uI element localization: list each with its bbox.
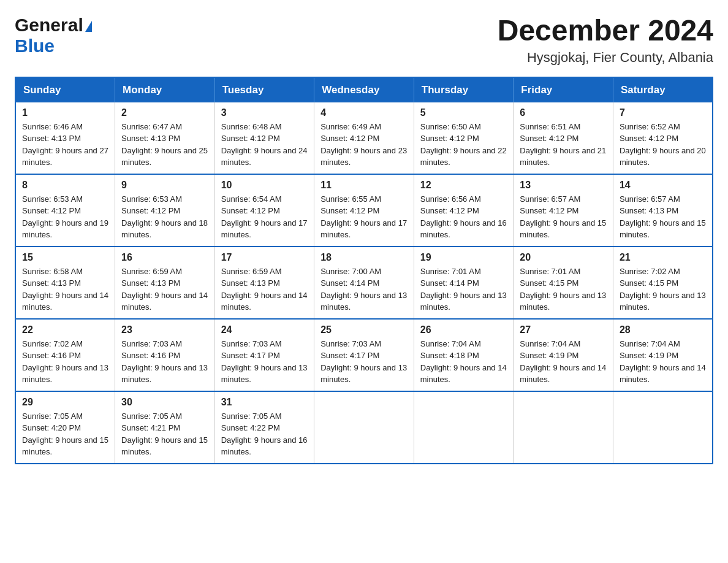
- day-info: Sunrise: 7:01 AMSunset: 4:14 PMDaylight:…: [420, 266, 507, 313]
- day-info: Sunrise: 6:59 AMSunset: 4:13 PMDaylight:…: [221, 266, 308, 313]
- calendar-cell: 9Sunrise: 6:53 AMSunset: 4:12 PMDaylight…: [115, 174, 215, 247]
- day-info: Sunrise: 6:52 AMSunset: 4:12 PMDaylight:…: [620, 121, 706, 169]
- day-info: Sunrise: 6:49 AMSunset: 4:12 PMDaylight:…: [320, 121, 408, 169]
- day-number: 28: [620, 324, 706, 335]
- day-number: 29: [22, 397, 108, 408]
- column-header-wednesday: Wednesday: [314, 77, 414, 102]
- calendar-cell: 14Sunrise: 6:57 AMSunset: 4:13 PMDayligh…: [613, 174, 713, 247]
- calendar-cell: 15Sunrise: 6:58 AMSunset: 4:13 PMDayligh…: [15, 247, 115, 319]
- calendar-cell: 31Sunrise: 7:05 AMSunset: 4:22 PMDayligh…: [214, 391, 314, 464]
- calendar-header-row: SundayMondayTuesdayWednesdayThursdayFrid…: [15, 77, 713, 102]
- day-number: 9: [121, 180, 208, 191]
- day-info: Sunrise: 7:02 AMSunset: 4:16 PMDaylight:…: [22, 338, 108, 386]
- day-info: Sunrise: 6:56 AMSunset: 4:12 PMDaylight:…: [420, 193, 507, 241]
- calendar-cell: 20Sunrise: 7:01 AMSunset: 4:15 PMDayligh…: [514, 247, 613, 319]
- day-info: Sunrise: 6:53 AMSunset: 4:12 PMDaylight:…: [22, 193, 108, 241]
- day-number: 16: [121, 252, 208, 263]
- day-number: 15: [22, 252, 108, 263]
- day-info: Sunrise: 6:53 AMSunset: 4:12 PMDaylight:…: [121, 193, 208, 241]
- calendar-week-row: 29Sunrise: 7:05 AMSunset: 4:20 PMDayligh…: [15, 391, 713, 464]
- column-header-tuesday: Tuesday: [214, 77, 314, 102]
- day-info: Sunrise: 7:03 AMSunset: 4:16 PMDaylight:…: [121, 338, 208, 386]
- calendar-cell: 28Sunrise: 7:04 AMSunset: 4:19 PMDayligh…: [613, 319, 713, 391]
- calendar-cell: 21Sunrise: 7:02 AMSunset: 4:15 PMDayligh…: [613, 247, 713, 319]
- calendar-cell: 29Sunrise: 7:05 AMSunset: 4:20 PMDayligh…: [15, 391, 115, 464]
- calendar-cell: [314, 391, 414, 464]
- day-number: 21: [620, 252, 706, 263]
- day-info: Sunrise: 7:05 AMSunset: 4:20 PMDaylight:…: [22, 410, 108, 458]
- calendar-week-row: 22Sunrise: 7:02 AMSunset: 4:16 PMDayligh…: [15, 319, 713, 391]
- day-number: 31: [221, 397, 308, 408]
- calendar-cell: 11Sunrise: 6:55 AMSunset: 4:12 PMDayligh…: [314, 174, 414, 247]
- day-info: Sunrise: 6:47 AMSunset: 4:13 PMDaylight:…: [121, 121, 208, 169]
- calendar-cell: 12Sunrise: 6:56 AMSunset: 4:12 PMDayligh…: [414, 174, 514, 247]
- day-number: 7: [620, 107, 706, 118]
- day-number: 19: [420, 252, 507, 263]
- day-number: 1: [22, 107, 108, 118]
- calendar-cell: [414, 391, 514, 464]
- logo-general-text: General: [15, 15, 83, 36]
- calendar-cell: 26Sunrise: 7:04 AMSunset: 4:18 PMDayligh…: [414, 319, 514, 391]
- day-info: Sunrise: 6:51 AMSunset: 4:12 PMDaylight:…: [520, 121, 607, 169]
- day-info: Sunrise: 7:02 AMSunset: 4:15 PMDaylight:…: [620, 266, 706, 313]
- column-header-sunday: Sunday: [15, 77, 115, 102]
- day-info: Sunrise: 7:01 AMSunset: 4:15 PMDaylight:…: [520, 266, 607, 313]
- calendar-cell: 16Sunrise: 6:59 AMSunset: 4:13 PMDayligh…: [115, 247, 215, 319]
- logo: General Blue: [15, 15, 92, 56]
- day-info: Sunrise: 6:55 AMSunset: 4:12 PMDaylight:…: [320, 193, 408, 241]
- calendar-cell: 18Sunrise: 7:00 AMSunset: 4:14 PMDayligh…: [314, 247, 414, 319]
- calendar-cell: [613, 391, 713, 464]
- calendar-cell: 1Sunrise: 6:46 AMSunset: 4:13 PMDaylight…: [15, 102, 115, 174]
- day-number: 14: [620, 180, 706, 191]
- day-number: 3: [221, 107, 308, 118]
- day-info: Sunrise: 7:05 AMSunset: 4:22 PMDaylight:…: [221, 410, 308, 458]
- calendar-cell: 8Sunrise: 6:53 AMSunset: 4:12 PMDaylight…: [15, 174, 115, 247]
- calendar-cell: [514, 391, 613, 464]
- day-number: 13: [520, 180, 607, 191]
- day-number: 18: [320, 252, 408, 263]
- day-number: 25: [320, 324, 408, 335]
- column-header-saturday: Saturday: [613, 77, 713, 102]
- calendar-cell: 24Sunrise: 7:03 AMSunset: 4:17 PMDayligh…: [214, 319, 314, 391]
- calendar-cell: 23Sunrise: 7:03 AMSunset: 4:16 PMDayligh…: [115, 319, 215, 391]
- day-number: 27: [520, 324, 607, 335]
- day-number: 5: [420, 107, 507, 118]
- column-header-friday: Friday: [514, 77, 613, 102]
- day-info: Sunrise: 7:03 AMSunset: 4:17 PMDaylight:…: [320, 338, 408, 386]
- calendar-cell: 27Sunrise: 7:04 AMSunset: 4:19 PMDayligh…: [514, 319, 613, 391]
- day-info: Sunrise: 7:05 AMSunset: 4:21 PMDaylight:…: [121, 410, 208, 458]
- month-title: December 2024: [498, 15, 713, 47]
- calendar-table: SundayMondayTuesdayWednesdayThursdayFrid…: [15, 77, 713, 464]
- calendar-cell: 4Sunrise: 6:49 AMSunset: 4:12 PMDaylight…: [314, 102, 414, 174]
- day-number: 30: [121, 397, 208, 408]
- day-number: 23: [121, 324, 208, 335]
- column-header-monday: Monday: [115, 77, 215, 102]
- day-info: Sunrise: 6:54 AMSunset: 4:12 PMDaylight:…: [221, 193, 308, 241]
- title-block: December 2024 Hysgjokaj, Fier County, Al…: [498, 15, 713, 66]
- day-info: Sunrise: 6:58 AMSunset: 4:13 PMDaylight:…: [22, 266, 108, 313]
- day-info: Sunrise: 6:57 AMSunset: 4:12 PMDaylight:…: [520, 193, 607, 241]
- logo-blue-text: Blue: [15, 36, 55, 56]
- day-number: 6: [520, 107, 607, 118]
- day-info: Sunrise: 7:04 AMSunset: 4:18 PMDaylight:…: [420, 338, 507, 386]
- calendar-cell: 2Sunrise: 6:47 AMSunset: 4:13 PMDaylight…: [115, 102, 215, 174]
- calendar-cell: 22Sunrise: 7:02 AMSunset: 4:16 PMDayligh…: [15, 319, 115, 391]
- calendar-cell: 17Sunrise: 6:59 AMSunset: 4:13 PMDayligh…: [214, 247, 314, 319]
- day-number: 22: [22, 324, 108, 335]
- day-number: 17: [221, 252, 308, 263]
- day-info: Sunrise: 7:04 AMSunset: 4:19 PMDaylight:…: [620, 338, 706, 386]
- day-number: 12: [420, 180, 507, 191]
- location-title: Hysgjokaj, Fier County, Albania: [498, 50, 713, 66]
- day-number: 10: [221, 180, 308, 191]
- day-info: Sunrise: 6:59 AMSunset: 4:13 PMDaylight:…: [121, 266, 208, 313]
- calendar-cell: 25Sunrise: 7:03 AMSunset: 4:17 PMDayligh…: [314, 319, 414, 391]
- calendar-cell: 5Sunrise: 6:50 AMSunset: 4:12 PMDaylight…: [414, 102, 514, 174]
- day-number: 26: [420, 324, 507, 335]
- calendar-week-row: 8Sunrise: 6:53 AMSunset: 4:12 PMDaylight…: [15, 174, 713, 247]
- calendar-cell: 19Sunrise: 7:01 AMSunset: 4:14 PMDayligh…: [414, 247, 514, 319]
- calendar-cell: 3Sunrise: 6:48 AMSunset: 4:12 PMDaylight…: [214, 102, 314, 174]
- day-number: 11: [320, 180, 408, 191]
- day-number: 24: [221, 324, 308, 335]
- day-info: Sunrise: 7:03 AMSunset: 4:17 PMDaylight:…: [221, 338, 308, 386]
- page-header: General Blue December 2024 Hysgjokaj, Fi…: [15, 15, 713, 66]
